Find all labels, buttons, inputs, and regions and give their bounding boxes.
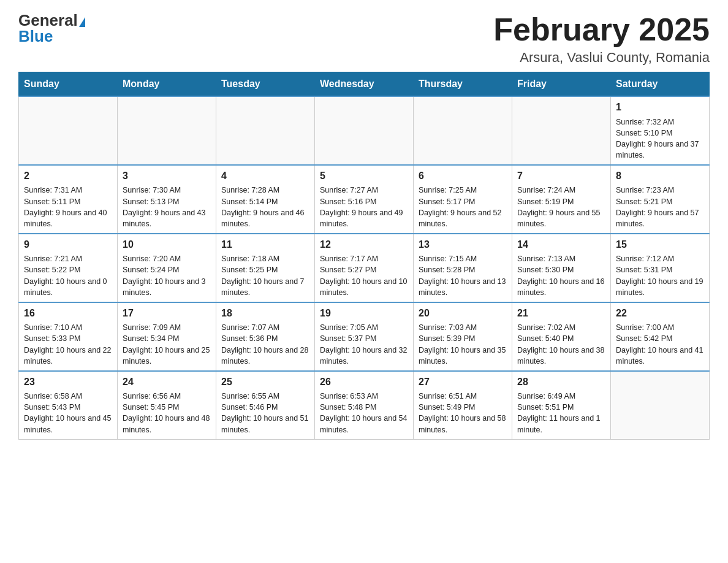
- calendar-cell: 18Sunrise: 7:07 AM Sunset: 5:36 PM Dayli…: [216, 302, 315, 371]
- day-info: Sunrise: 7:20 AM Sunset: 5:24 PM Dayligh…: [123, 253, 211, 298]
- day-number: 20: [419, 307, 507, 320]
- day-info: Sunrise: 6:58 AM Sunset: 5:43 PM Dayligh…: [24, 391, 112, 435]
- day-number: 6: [419, 169, 507, 183]
- day-info: Sunrise: 7:21 AM Sunset: 5:22 PM Dayligh…: [24, 253, 112, 298]
- calendar-week-row: 23Sunrise: 6:58 AM Sunset: 5:43 PM Dayli…: [19, 371, 710, 439]
- logo: General Blue: [18, 12, 85, 44]
- logo-triangle-icon: [79, 17, 85, 27]
- day-number: 13: [419, 238, 507, 251]
- day-number: 25: [221, 375, 309, 389]
- day-number: 1: [616, 101, 704, 114]
- day-info: Sunrise: 7:00 AM Sunset: 5:42 PM Dayligh…: [616, 322, 704, 367]
- day-number: 26: [320, 375, 408, 389]
- day-number: 10: [123, 238, 211, 251]
- calendar-cell: 26Sunrise: 6:53 AM Sunset: 5:48 PM Dayli…: [315, 371, 414, 439]
- day-info: Sunrise: 7:18 AM Sunset: 5:25 PM Dayligh…: [221, 253, 309, 298]
- calendar-cell: 19Sunrise: 7:05 AM Sunset: 5:37 PM Dayli…: [315, 302, 414, 371]
- day-number: 5: [320, 169, 408, 183]
- day-info: Sunrise: 7:09 AM Sunset: 5:34 PM Dayligh…: [123, 322, 211, 367]
- day-number: 19: [320, 307, 408, 320]
- calendar-week-row: 1Sunrise: 7:32 AM Sunset: 5:10 PM Daylig…: [19, 96, 710, 165]
- calendar-week-row: 2Sunrise: 7:31 AM Sunset: 5:11 PM Daylig…: [19, 165, 710, 234]
- day-info: Sunrise: 7:07 AM Sunset: 5:36 PM Dayligh…: [221, 322, 309, 367]
- day-info: Sunrise: 6:53 AM Sunset: 5:48 PM Dayligh…: [320, 391, 408, 435]
- day-number: 4: [221, 169, 309, 183]
- day-info: Sunrise: 7:23 AM Sunset: 5:21 PM Dayligh…: [616, 185, 704, 229]
- day-info: Sunrise: 6:55 AM Sunset: 5:46 PM Dayligh…: [221, 391, 309, 435]
- calendar-cell: [512, 96, 611, 165]
- day-number: 17: [123, 307, 211, 320]
- weekday-header-saturday: Saturday: [611, 72, 710, 97]
- day-info: Sunrise: 7:28 AM Sunset: 5:14 PM Dayligh…: [221, 185, 309, 229]
- day-number: 9: [24, 238, 112, 251]
- day-number: 16: [24, 307, 112, 320]
- day-info: Sunrise: 7:24 AM Sunset: 5:19 PM Dayligh…: [517, 185, 605, 229]
- calendar-cell: 22Sunrise: 7:00 AM Sunset: 5:42 PM Dayli…: [611, 302, 710, 371]
- calendar-cell: [118, 96, 216, 165]
- day-number: 14: [517, 238, 605, 251]
- calendar-week-row: 16Sunrise: 7:10 AM Sunset: 5:33 PM Dayli…: [19, 302, 710, 371]
- day-number: 11: [221, 238, 309, 251]
- day-info: Sunrise: 7:15 AM Sunset: 5:28 PM Dayligh…: [419, 253, 507, 298]
- weekday-header-row: SundayMondayTuesdayWednesdayThursdayFrid…: [19, 72, 710, 97]
- day-info: Sunrise: 7:32 AM Sunset: 5:10 PM Dayligh…: [616, 117, 704, 161]
- calendar-table: SundayMondayTuesdayWednesdayThursdayFrid…: [18, 72, 710, 439]
- day-info: Sunrise: 7:13 AM Sunset: 5:30 PM Dayligh…: [517, 253, 605, 298]
- day-number: 15: [616, 238, 704, 251]
- day-number: 23: [24, 375, 112, 389]
- day-info: Sunrise: 6:49 AM Sunset: 5:51 PM Dayligh…: [517, 391, 605, 435]
- calendar-cell: 23Sunrise: 6:58 AM Sunset: 5:43 PM Dayli…: [19, 371, 118, 439]
- calendar-cell: 11Sunrise: 7:18 AM Sunset: 5:25 PM Dayli…: [216, 234, 315, 302]
- calendar-cell: 13Sunrise: 7:15 AM Sunset: 5:28 PM Dayli…: [414, 234, 512, 302]
- calendar-cell: 12Sunrise: 7:17 AM Sunset: 5:27 PM Dayli…: [315, 234, 414, 302]
- calendar-cell: [611, 371, 710, 439]
- calendar-cell: [315, 96, 414, 165]
- day-info: Sunrise: 7:25 AM Sunset: 5:17 PM Dayligh…: [419, 185, 507, 229]
- logo-blue: Blue: [18, 28, 53, 44]
- weekday-header-wednesday: Wednesday: [315, 72, 414, 97]
- calendar-cell: 28Sunrise: 6:49 AM Sunset: 5:51 PM Dayli…: [512, 371, 611, 439]
- calendar-cell: 14Sunrise: 7:13 AM Sunset: 5:30 PM Dayli…: [512, 234, 611, 302]
- day-info: Sunrise: 7:02 AM Sunset: 5:40 PM Dayligh…: [517, 322, 605, 367]
- day-number: 28: [517, 375, 605, 389]
- day-info: Sunrise: 7:27 AM Sunset: 5:16 PM Dayligh…: [320, 185, 408, 229]
- logo-text: General: [18, 12, 85, 28]
- page-header: General Blue February 2025 Arsura, Vaslu…: [18, 12, 710, 66]
- day-info: Sunrise: 6:56 AM Sunset: 5:45 PM Dayligh…: [123, 391, 211, 435]
- location: Arsura, Vaslui County, Romania: [493, 50, 710, 66]
- calendar-cell: 20Sunrise: 7:03 AM Sunset: 5:39 PM Dayli…: [414, 302, 512, 371]
- calendar-cell: 6Sunrise: 7:25 AM Sunset: 5:17 PM Daylig…: [414, 165, 512, 234]
- calendar-cell: 25Sunrise: 6:55 AM Sunset: 5:46 PM Dayli…: [216, 371, 315, 439]
- weekday-header-thursday: Thursday: [414, 72, 512, 97]
- calendar-cell: 10Sunrise: 7:20 AM Sunset: 5:24 PM Dayli…: [118, 234, 216, 302]
- weekday-header-tuesday: Tuesday: [216, 72, 315, 97]
- weekday-header-friday: Friday: [512, 72, 611, 97]
- calendar-cell: 15Sunrise: 7:12 AM Sunset: 5:31 PM Dayli…: [611, 234, 710, 302]
- day-number: 2: [24, 169, 112, 183]
- calendar-cell: 21Sunrise: 7:02 AM Sunset: 5:40 PM Dayli…: [512, 302, 611, 371]
- month-title: February 2025: [493, 12, 710, 47]
- day-number: 7: [517, 169, 605, 183]
- day-info: Sunrise: 7:10 AM Sunset: 5:33 PM Dayligh…: [24, 322, 112, 367]
- calendar-week-row: 9Sunrise: 7:21 AM Sunset: 5:22 PM Daylig…: [19, 234, 710, 302]
- calendar-cell: [414, 96, 512, 165]
- calendar-cell: 8Sunrise: 7:23 AM Sunset: 5:21 PM Daylig…: [611, 165, 710, 234]
- calendar-cell: 27Sunrise: 6:51 AM Sunset: 5:49 PM Dayli…: [414, 371, 512, 439]
- title-block: February 2025 Arsura, Vaslui County, Rom…: [493, 12, 710, 66]
- calendar-cell: 9Sunrise: 7:21 AM Sunset: 5:22 PM Daylig…: [19, 234, 118, 302]
- calendar-cell: 17Sunrise: 7:09 AM Sunset: 5:34 PM Dayli…: [118, 302, 216, 371]
- calendar-cell: 4Sunrise: 7:28 AM Sunset: 5:14 PM Daylig…: [216, 165, 315, 234]
- day-info: Sunrise: 7:12 AM Sunset: 5:31 PM Dayligh…: [616, 253, 704, 298]
- calendar-cell: 2Sunrise: 7:31 AM Sunset: 5:11 PM Daylig…: [19, 165, 118, 234]
- calendar-cell: 16Sunrise: 7:10 AM Sunset: 5:33 PM Dayli…: [19, 302, 118, 371]
- calendar-cell: 1Sunrise: 7:32 AM Sunset: 5:10 PM Daylig…: [611, 96, 710, 165]
- day-info: Sunrise: 7:30 AM Sunset: 5:13 PM Dayligh…: [123, 185, 211, 229]
- day-number: 27: [419, 375, 507, 389]
- calendar-cell: [19, 96, 118, 165]
- weekday-header-sunday: Sunday: [19, 72, 118, 97]
- calendar-cell: 5Sunrise: 7:27 AM Sunset: 5:16 PM Daylig…: [315, 165, 414, 234]
- day-number: 22: [616, 307, 704, 320]
- day-info: Sunrise: 6:51 AM Sunset: 5:49 PM Dayligh…: [419, 391, 507, 435]
- day-info: Sunrise: 7:17 AM Sunset: 5:27 PM Dayligh…: [320, 253, 408, 298]
- day-number: 12: [320, 238, 408, 251]
